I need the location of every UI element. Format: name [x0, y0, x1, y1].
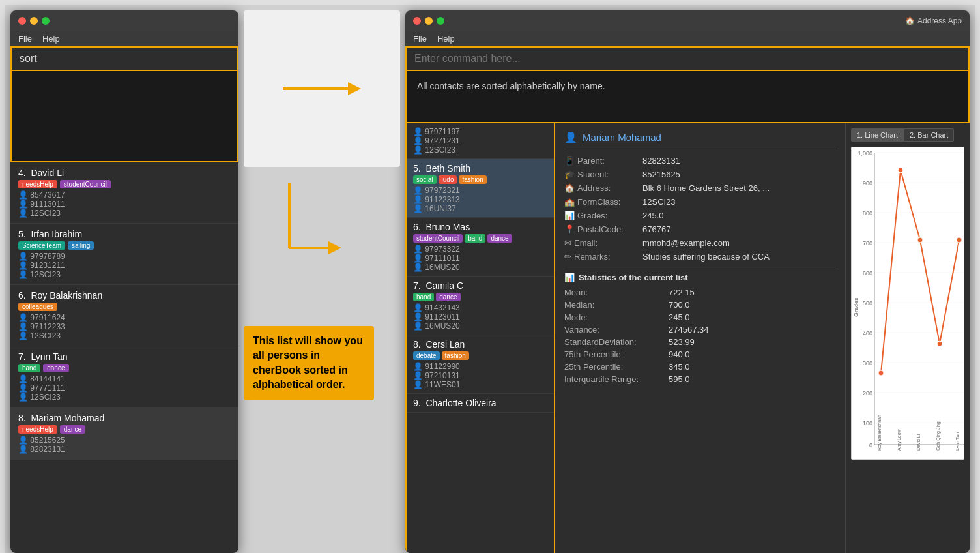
- minimize-dot[interactable]: [30, 17, 38, 25]
- svg-point-30: [878, 370, 884, 376]
- contact-tags: ScienceTeam sailing: [18, 241, 231, 250]
- svg-point-34: [957, 237, 962, 243]
- mode-label: Mode:: [564, 312, 669, 322]
- right-minimize-dot[interactable]: [425, 17, 433, 25]
- contact-name: 6. Roy Balakrishnan: [18, 290, 231, 301]
- svg-text:David Li: David Li: [916, 434, 921, 451]
- email-label: ✉ Email:: [564, 238, 642, 248]
- tooltip-box: This list will show you all persons in c…: [244, 326, 374, 400]
- command-bar: [405, 46, 970, 71]
- stat-row-median: Median: 700.0: [564, 300, 836, 310]
- down-arrow-icon: [276, 183, 341, 300]
- line-chart-svg: 1,000 900 800 700 600 500 400 300 200 10…: [852, 147, 964, 460]
- list-item[interactable]: 9. Charlotte Oliveira: [407, 394, 554, 413]
- contact-tags: studentCouncil band dance: [413, 234, 547, 243]
- detail-row-postal: 📍 PostalCode: 676767: [564, 224, 836, 234]
- svg-marker-4: [328, 241, 341, 254]
- list-item[interactable]: 8. Cersi Lan debate fashion 👤 91122990 👤…: [407, 335, 554, 394]
- right-window: 🏠 Address App File Help All contacts are…: [405, 10, 970, 553]
- email-value: mmohd@example.com: [642, 238, 730, 248]
- contact-name: 6. Bruno Mas: [413, 222, 547, 232]
- mean-label: Mean:: [564, 288, 669, 297]
- p25-label: 25th Percentile:: [564, 362, 669, 372]
- contact-tags: needsHelp studentCouncil: [18, 180, 231, 188]
- svg-marker-1: [348, 82, 361, 95]
- list-item[interactable]: 👤 97971197 👤 97271231 👤 12SCI23: [407, 123, 554, 159]
- list-item[interactable]: 8. Mariam Mohamad needsHelp dance 👤 8521…: [10, 408, 238, 460]
- stat-row-iqr: Interquartile Range: 595.0: [564, 374, 836, 384]
- svg-text:Amy Leow: Amy Leow: [897, 428, 902, 451]
- contact-name: 5. Irfan Ibrahim: [18, 229, 231, 239]
- person-name-link[interactable]: Mariam Mohamad: [583, 132, 661, 143]
- median-label: Median:: [564, 300, 669, 310]
- svg-text:Roy Balakrishnan: Roy Balakrishnan: [877, 415, 882, 451]
- right-menu-file[interactable]: File: [413, 34, 427, 44]
- tab-line-chart[interactable]: 1. Line Chart: [851, 128, 904, 142]
- command-input[interactable]: [414, 53, 960, 65]
- right-menu-help[interactable]: Help: [437, 34, 455, 44]
- list-item[interactable]: 6. Roy Balakrishnan colleagues 👤 9791162…: [10, 285, 238, 346]
- svg-text:300: 300: [863, 360, 872, 366]
- list-item[interactable]: 7. Lynn Tan band dance 👤 84144141 👤 9777…: [10, 346, 238, 408]
- menu-help[interactable]: Help: [42, 34, 60, 44]
- contact-name: 7. Lynn Tan: [18, 351, 231, 362]
- chart-panel: 1. Line Chart 2. Bar Chart 1,000 900 800…: [846, 123, 970, 553]
- close-dot[interactable]: [18, 17, 26, 25]
- student-value: 85215625: [642, 170, 680, 179]
- address-label: 🏠 Address:: [564, 183, 642, 193]
- contact-name: 8. Mariam Mohamad: [18, 413, 231, 423]
- search-bar: [10, 46, 238, 71]
- menu-file[interactable]: File: [18, 34, 32, 44]
- chart-container: 1,000 900 800 700 600 500 400 300 200 10…: [851, 147, 964, 460]
- stats-header: 📊 Statistics of the current list: [564, 273, 836, 282]
- tab-bar-chart[interactable]: 2. Bar Chart: [904, 128, 954, 142]
- formclass-value: 12SCI23: [642, 197, 676, 207]
- svg-text:Grades: Grades: [853, 297, 859, 317]
- search-input[interactable]: [20, 53, 229, 65]
- stat-row-variance: Variance: 274567.34: [564, 325, 836, 335]
- contact-name: 5. Beth Smith: [413, 163, 547, 173]
- contact-tags: social judo fashion: [413, 175, 547, 184]
- contact-tags: band dance: [413, 293, 547, 301]
- detail-row-formclass: 🏫 FormClass: 12SCI23: [564, 197, 836, 207]
- svg-text:600: 600: [863, 270, 872, 276]
- svg-text:500: 500: [863, 300, 872, 306]
- left-titlebar: [10, 10, 238, 31]
- list-item[interactable]: 4. David Li needsHelp studentCouncil 👤 8…: [10, 162, 238, 224]
- detail-row-address: 🏠 Address: Blk 6 Home Gardens Street 26,…: [564, 183, 836, 193]
- list-item[interactable]: 5. Irfan Ibrahim ScienceTeam sailing 👤 9…: [10, 224, 238, 285]
- grades-value: 245.0: [642, 211, 664, 220]
- svg-text:900: 900: [863, 180, 872, 187]
- stats-icon: 📊: [564, 273, 575, 282]
- svg-text:100: 100: [863, 420, 872, 426]
- svg-text:Lynn Tan: Lynn Tan: [955, 432, 960, 451]
- left-contact-list[interactable]: 4. David Li needsHelp studentCouncil 👤 8…: [10, 162, 238, 553]
- p75-value: 940.0: [669, 350, 690, 359]
- contact-tags: band dance: [18, 364, 231, 372]
- list-item[interactable]: 7. Camila C band dance 👤 91432143 👤 9112…: [407, 276, 554, 335]
- output-text: All contacts are sorted alphabetically b…: [417, 81, 605, 91]
- right-close-dot[interactable]: [413, 17, 421, 25]
- mean-value: 722.15: [669, 288, 695, 297]
- postal-value: 676767: [642, 224, 670, 234]
- person-header: 👤 Mariam Mohamad: [564, 131, 836, 149]
- detail-row-parent: 📱 Parent: 82823131: [564, 156, 836, 166]
- list-item[interactable]: 6. Bruno Mas studentCouncil band dance 👤…: [407, 218, 554, 276]
- iqr-label: Interquartile Range:: [564, 374, 669, 384]
- stat-row-p75: 75th Percentile: 940.0: [564, 350, 836, 359]
- svg-point-31: [898, 168, 903, 173]
- right-maximize-dot[interactable]: [437, 17, 444, 25]
- main-content: 👤 97971197 👤 97271231 👤 12SCI23 5. Beth …: [405, 123, 970, 553]
- svg-text:Geh Qing Jing: Geh Qing Jing: [936, 421, 941, 451]
- median-value: 700.0: [669, 300, 690, 310]
- contact-name: 8. Cersi Lan: [413, 339, 547, 350]
- student-label: 🎓 Student:: [564, 170, 642, 179]
- grades-label: 📊 Grades:: [564, 211, 642, 220]
- maximize-dot[interactable]: [42, 17, 50, 25]
- list-item[interactable]: 5. Beth Smith social judo fashion 👤 9797…: [407, 159, 554, 218]
- left-output-area: [10, 71, 238, 162]
- middle-panel[interactable]: 👤 97971197 👤 97271231 👤 12SCI23 5. Beth …: [405, 123, 555, 553]
- remarks-label: ✏ Remarks:: [564, 252, 642, 262]
- detail-row-remarks: ✏ Remarks: Studies suffering because of …: [564, 252, 836, 262]
- arrow-area: This list will show you all persons in c…: [244, 10, 400, 553]
